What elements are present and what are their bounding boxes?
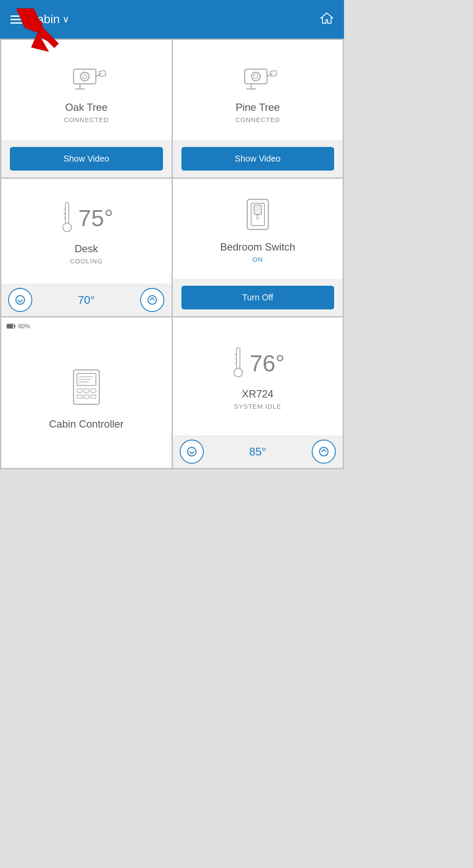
svg-rect-14 <box>270 70 277 76</box>
svg-point-4 <box>80 72 89 81</box>
card-desk-body: 75° Desk COOLING <box>1 179 172 284</box>
card-xr724: 76° XR724 SYSTEM IDLE 85° <box>173 318 343 468</box>
xr724-temp-value: 76° <box>249 350 285 376</box>
card-cabin-controller: 80% <box>1 318 172 468</box>
svg-point-22 <box>16 296 25 304</box>
bedroom-switch-status: ON <box>252 256 263 263</box>
show-video-oak-button[interactable]: Show Video <box>10 147 163 171</box>
svg-rect-32 <box>14 325 15 327</box>
xr724-temp-display: 76° <box>230 346 285 380</box>
card-desk: 75° Desk COOLING 70° <box>1 179 172 316</box>
chevron-down-icon: ∨ <box>62 14 69 25</box>
card-pine-tree: Pine Tree CONNECTED Show Video <box>173 40 343 177</box>
svg-point-45 <box>234 368 243 377</box>
show-video-pine-button[interactable]: Show Video <box>181 147 335 171</box>
card-bedroom-body: Bedroom Switch ON <box>173 179 343 279</box>
svg-rect-40 <box>91 395 96 398</box>
battery-icon <box>6 323 16 329</box>
svg-point-5 <box>83 74 87 79</box>
svg-point-18 <box>63 223 71 232</box>
svg-rect-38 <box>77 395 82 398</box>
desk-temp-value: 75° <box>78 205 114 231</box>
pine-tree-footer: Show Video <box>173 140 343 177</box>
location-name: Cabin <box>28 12 60 26</box>
bedroom-switch-footer: Turn Off <box>173 279 343 316</box>
temp-up-button-xr724[interactable] <box>312 440 336 464</box>
desk-status: COOLING <box>70 257 103 265</box>
svg-rect-26 <box>254 205 261 214</box>
header-left: Cabin ∨ <box>10 12 69 26</box>
card-pine-tree-body: Pine Tree CONNECTED <box>173 40 343 140</box>
svg-rect-37 <box>91 389 96 392</box>
battery-percent: 80% <box>18 323 30 330</box>
svg-rect-36 <box>84 389 89 392</box>
card-bedroom-switch: Bedroom Switch ON Turn Off <box>173 179 343 316</box>
svg-rect-7 <box>99 70 106 76</box>
xr724-status: SYSTEM IDLE <box>234 403 281 410</box>
svg-point-12 <box>254 74 258 79</box>
desk-controls: 70° <box>1 284 172 316</box>
cabin-controller-name: Cabin Controller <box>49 418 123 430</box>
svg-point-11 <box>252 72 260 81</box>
hamburger-menu[interactable] <box>10 15 22 24</box>
pine-tree-status: CONNECTED <box>235 116 280 123</box>
device-grid: Oak Tree CONNECTED Show Video Pine Tree <box>0 39 344 469</box>
svg-rect-39 <box>84 395 89 398</box>
xr724-set-temp: 85° <box>249 445 266 458</box>
temp-down-button-desk[interactable] <box>8 288 32 312</box>
desk-set-temp: 70° <box>78 293 95 307</box>
thermometer-icon-desk <box>59 201 75 235</box>
battery-indicator: 80% <box>6 323 30 330</box>
app-header: Cabin ∨ <box>0 0 344 39</box>
svg-rect-10 <box>245 69 267 84</box>
svg-rect-3 <box>74 69 96 84</box>
card-xr724-body: 76° XR724 SYSTEM IDLE <box>173 318 343 435</box>
xr724-name: XR724 <box>242 388 273 400</box>
temp-down-button-xr724[interactable] <box>180 440 204 464</box>
svg-point-50 <box>319 447 328 456</box>
camera-icon <box>65 60 108 94</box>
bedroom-switch-name: Bedroom Switch <box>220 241 295 253</box>
svg-rect-17 <box>65 202 69 223</box>
camera-icon-pine <box>236 60 279 94</box>
oak-tree-name: Oak Tree <box>65 101 108 113</box>
turn-off-button[interactable]: Turn Off <box>181 286 335 309</box>
oak-tree-status: CONNECTED <box>64 116 109 123</box>
thermometer-icon-xr724 <box>230 346 246 380</box>
home-button[interactable] <box>320 11 334 28</box>
svg-rect-35 <box>77 389 82 392</box>
card-oak-tree-body: Oak Tree CONNECTED <box>1 40 172 140</box>
temp-up-button-desk[interactable] <box>140 288 164 312</box>
card-oak-tree: Oak Tree CONNECTED Show Video <box>1 40 172 177</box>
switch-icon <box>244 197 272 233</box>
xr724-controls: 85° <box>173 435 343 468</box>
pine-tree-name: Pine Tree <box>236 101 280 113</box>
svg-point-49 <box>187 447 196 456</box>
svg-point-23 <box>148 296 157 304</box>
desk-name: Desk <box>74 243 98 255</box>
controller-icon <box>69 366 104 410</box>
location-selector[interactable]: Cabin ∨ <box>28 12 69 26</box>
svg-rect-31 <box>7 324 13 328</box>
oak-tree-footer: Show Video <box>1 140 172 177</box>
desk-temp-display: 75° <box>59 201 114 235</box>
svg-rect-44 <box>236 348 240 368</box>
cabin-controller-body: Cabin Controller <box>1 318 172 468</box>
